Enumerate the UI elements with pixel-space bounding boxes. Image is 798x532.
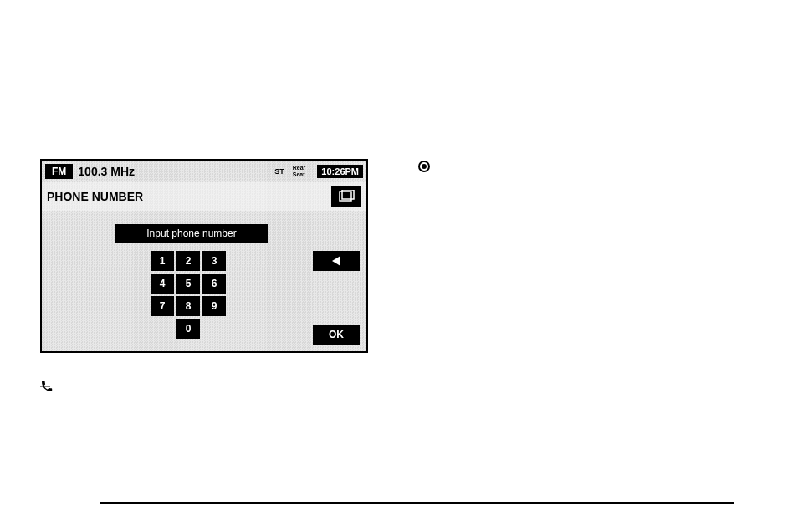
keypad-9[interactable]: 9 xyxy=(202,296,226,316)
right-column: Speak the entire phone number without pa… xyxy=(418,159,753,182)
keypad-3[interactable]: 3 xyxy=(202,251,226,271)
call-instruction: Press the phone key. The audio system mu… xyxy=(40,375,400,442)
phone-icon xyxy=(40,380,54,393)
backspace-icon xyxy=(332,256,340,266)
speak-instruction-row: Speak the entire phone number without pa… xyxy=(418,159,753,176)
keypad-8[interactable]: 8 xyxy=(176,296,200,316)
screen-title: PHONE NUMBER xyxy=(47,190,143,203)
back-icon xyxy=(338,190,355,203)
section-heading: To place a call using the touch screen xyxy=(40,130,281,145)
numeric-keypad: 1 2 3 4 5 6 7 8 9 0 xyxy=(151,251,226,339)
clock: 10:26PM xyxy=(317,165,363,178)
footer-rule xyxy=(100,502,734,504)
rear-seat-indicator: Rear Seat xyxy=(293,165,306,178)
stereo-indicator: ST xyxy=(274,167,284,176)
keypad-5[interactable]: 5 xyxy=(176,274,200,294)
title-bar: PHONE NUMBER xyxy=(42,182,366,211)
phone-number-input-label: Input phone number xyxy=(115,224,268,243)
call-instruction-text: Press the phone key. The audio system mu… xyxy=(60,375,400,442)
keypad-4[interactable]: 4 xyxy=(151,274,174,294)
back-button[interactable] xyxy=(331,186,361,207)
infotainment-screen: FM 100.3 MHz ST Rear Seat 10:26PM PHONE … xyxy=(40,159,368,353)
frequency-readout: 100.3 MHz xyxy=(78,165,135,178)
keypad-7[interactable]: 7 xyxy=(151,296,174,316)
page-number: 241 xyxy=(718,510,734,522)
screen-body: Input phone number 1 2 3 4 5 6 7 8 9 0 O… xyxy=(42,211,366,351)
keypad-1[interactable]: 1 xyxy=(151,251,174,271)
status-bar: FM 100.3 MHz ST Rear Seat 10:26PM xyxy=(42,161,366,182)
manual-page: To place a call using the touch screen F… xyxy=(0,0,798,532)
keypad-2[interactable]: 2 xyxy=(176,251,200,271)
band-badge: FM xyxy=(45,164,73,179)
ok-button[interactable]: OK xyxy=(313,325,360,345)
keypad-0[interactable]: 0 xyxy=(176,319,200,339)
speak-instruction-text: Speak the entire phone number without pa… xyxy=(438,159,681,176)
bullet-icon xyxy=(418,161,430,172)
keypad-6[interactable]: 6 xyxy=(202,274,226,294)
rear-seat-line1: Rear xyxy=(293,165,306,171)
rear-seat-line2: Seat xyxy=(293,171,305,177)
backspace-button[interactable] xyxy=(313,251,360,271)
